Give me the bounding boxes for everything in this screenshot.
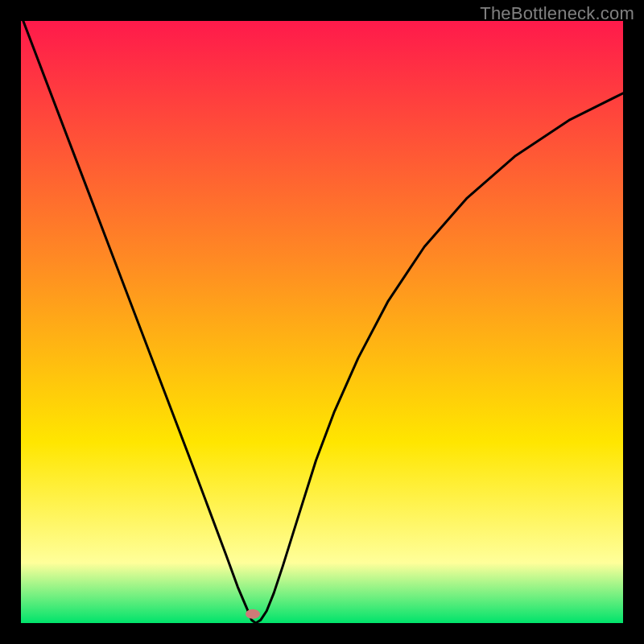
gradient-background [21,21,623,623]
watermark-text: TheBottleneck.com [480,3,634,24]
chart-frame: TheBottleneck.com [0,0,644,644]
plot-area [21,21,623,623]
chart-svg [21,21,623,623]
minimum-marker [246,609,260,619]
